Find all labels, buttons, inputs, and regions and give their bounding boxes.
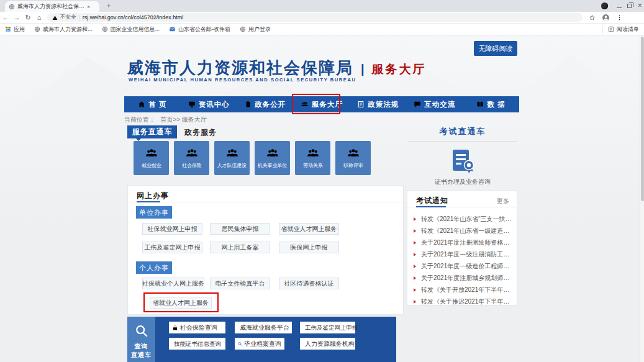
- nav-item-gov-disclosure[interactable]: 政务公开: [237, 96, 294, 112]
- home-button[interactable]: ⌂: [34, 14, 45, 21]
- btn-province-talent-service-unit[interactable]: 省就业人才网上服务: [279, 223, 339, 235]
- not-secure-warning-icon: [52, 15, 58, 20]
- bookmark-star-icon[interactable]: [589, 14, 596, 21]
- btn-community-benefit-cert[interactable]: 社区待遇资格认证: [279, 278, 339, 289]
- url-text: rsj.weihai.gov.cn/col/col45702/index.htm…: [83, 14, 183, 20]
- card-label: 社会保险: [182, 162, 201, 169]
- minimize-icon[interactable]: [617, 7, 622, 8]
- bookmark-item[interactable]: 用户登录: [240, 25, 271, 34]
- btn-social-insurance-query[interactable]: 社会保险查询: [169, 322, 225, 333]
- bookmark-item[interactable]: 国家企业信用信息...: [102, 25, 160, 34]
- btn-work-injury-online-declare[interactable]: 工伤及鉴定网上申报: [300, 322, 355, 333]
- reading-list-label: 阅读清单: [617, 25, 639, 34]
- card-public-institutions[interactable]: 机关事业单位: [255, 141, 290, 175]
- btn-social-employment-declare[interactable]: 社保就业网上申报: [142, 223, 202, 235]
- profile-avatar-icon[interactable]: [602, 14, 610, 22]
- notice-text: 关于2021年度注册城乡规划师职业资...: [421, 274, 513, 283]
- notice-item[interactable]: 关于2021年度一级造价工程师职业资...: [414, 260, 513, 272]
- btn-edoc-verification[interactable]: 电子文件验真平台: [210, 278, 270, 289]
- exam-title-divider: [408, 141, 517, 142]
- bullet-arrow-icon: [414, 217, 418, 221]
- reload-button[interactable]: ↻: [22, 14, 34, 22]
- restore-icon[interactable]: [627, 4, 632, 8]
- reading-list-button[interactable]: 阅读清单: [602, 25, 639, 34]
- nav-label: 数 据: [487, 100, 505, 109]
- card-social-insurance[interactable]: 社会保险: [174, 141, 209, 175]
- bookmark-label: 用户登录: [248, 25, 271, 34]
- new-tab-button[interactable]: +: [104, 2, 113, 11]
- breadcrumb-path[interactable]: 首页>> 服务大厅: [160, 116, 206, 123]
- notice-item[interactable]: 关于2021年度注册测绘师资格考试有...: [414, 237, 513, 248]
- close-icon[interactable]: ✕: [637, 1, 642, 10]
- certificate-link[interactable]: [407, 148, 519, 175]
- search-icon: [238, 341, 242, 347]
- notice-item[interactable]: 关于2021年度注册城乡规划师职业资...: [414, 272, 513, 284]
- btn-graduate-archive-query[interactable]: 毕业档案查询: [235, 338, 284, 350]
- card-employment[interactable]: 就业创业: [134, 141, 169, 175]
- browser-tab[interactable]: 威海市人力资源和社会保障局 服 ×: [5, 1, 99, 12]
- title-underline: [137, 201, 160, 202]
- nav-item-data[interactable]: 数 据: [463, 96, 519, 112]
- card-title-review[interactable]: 职称评审: [335, 141, 371, 175]
- btn-work-injury-declare[interactable]: 工伤及鉴定网上申报: [142, 242, 202, 253]
- notice-item[interactable]: 转发《关于开放2021年下半年计算机...: [414, 284, 513, 296]
- search-icon: [135, 324, 148, 338]
- tab-service-express[interactable]: 服务直通车: [127, 125, 177, 138]
- query-btn-label: 技能证书信息查询: [174, 340, 221, 348]
- header-divider: [128, 202, 403, 202]
- nav-item-news-center[interactable]: 资讯中心: [181, 96, 237, 112]
- browser-menu-icon[interactable]: [616, 14, 623, 21]
- page-scrollbar[interactable]: [640, 35, 644, 362]
- btn-personal-online-service[interactable]: 社保就业个人网上服务: [142, 278, 204, 289]
- exam-notices-title: 考试通知: [416, 196, 448, 206]
- btn-province-talent-service-personal[interactable]: 省就业人才网上服务: [150, 297, 212, 309]
- bookmark-item[interactable]: 威海市人力资源和...: [34, 25, 93, 34]
- more-link[interactable]: 更多: [497, 197, 509, 206]
- nav-item-service-hall[interactable]: 服务大厅: [294, 96, 350, 112]
- title-divider: |: [361, 62, 365, 76]
- card-label: 人才队伍建设: [217, 162, 247, 169]
- bookmark-label: 应用: [14, 25, 25, 34]
- bullet-arrow-icon: [414, 276, 418, 280]
- notice-item[interactable]: 转发《关于推迟2021年下半年计算机...: [414, 296, 513, 307]
- nav-item-home[interactable]: 首 页: [124, 96, 181, 112]
- tab-gov-services[interactable]: 政务服务: [184, 127, 217, 138]
- tab-title: 威海市人力资源和社会保障局 服: [17, 2, 84, 11]
- certificate-label: 证书办理及业务咨询: [407, 178, 519, 186]
- accessibility-reading-button[interactable]: 无障碍阅读: [474, 41, 517, 56]
- btn-online-employment-record[interactable]: 网上用工备案: [210, 242, 270, 253]
- address-bar[interactable]: 不安全 | rsj.weihai.gov.cn/col/col45702/ind…: [47, 13, 583, 22]
- url-separator: |: [79, 14, 80, 20]
- query-express-tab[interactable]: 查询 直通车: [127, 317, 155, 362]
- forward-button[interactable]: →: [11, 14, 22, 21]
- btn-weihai-employment-platform[interactable]: 威海就业服务平台: [235, 322, 292, 333]
- nav-item-interaction[interactable]: 互动交流: [406, 96, 463, 112]
- notice-item[interactable]: 转发《2021年山东省“三支一扶”计...: [414, 213, 513, 225]
- query-btn-label: 威海就业服务平台: [240, 324, 289, 332]
- back-button[interactable]: ←: [0, 14, 11, 21]
- apps-shortcut[interactable]: 应用: [5, 25, 25, 34]
- site-favicon-icon: [9, 4, 15, 10]
- nav-label: 互动交流: [424, 100, 455, 109]
- notice-item[interactable]: 关于2021年度一级注册消防工程师资...: [414, 248, 513, 260]
- notice-item[interactable]: 转发《2021年山东省一级建造师资格...: [414, 225, 513, 237]
- nav-item-policies[interactable]: 政策法规: [350, 96, 406, 112]
- btn-skill-certificate-query[interactable]: 技能证书信息查询: [169, 338, 225, 350]
- tab-close-icon[interactable]: ×: [87, 4, 90, 10]
- btn-medical-insurance-declare[interactable]: 医保网上申报: [279, 242, 339, 253]
- breadcrumb: 当前位置： 首页>> 服务大厅: [124, 115, 207, 124]
- scrollbar-thumb[interactable]: [641, 37, 644, 201]
- card-label: 劳动关系: [303, 162, 322, 169]
- personal-services-badge: 个人办事: [136, 261, 172, 274]
- browser-window: 威海市人力资源和社会保障局 服 × + ✕ ← → ↻ ⌂ 不安全 | rsj.…: [0, 0, 644, 362]
- browser-extension-icon[interactable]: [601, 2, 608, 9]
- card-talent-team[interactable]: 人才队伍建设: [214, 141, 250, 175]
- bookmark-item[interactable]: 山东省公务邮-收件箱: [169, 25, 230, 34]
- query-btn-label: 人力资源服务机构: [305, 340, 355, 348]
- card-labor-relations[interactable]: 劳动关系: [295, 141, 330, 175]
- btn-hr-service-agency[interactable]: 人力资源服务机构: [300, 338, 355, 350]
- globe-icon: [102, 26, 108, 32]
- btn-resident-collective-declare[interactable]: 居民集体申报: [210, 223, 270, 235]
- service-card-row: 就业创业 社会保险 人才队伍建设 机关事业单位 劳动关系 职称评审: [134, 141, 371, 175]
- window-controls: ✕: [617, 1, 642, 10]
